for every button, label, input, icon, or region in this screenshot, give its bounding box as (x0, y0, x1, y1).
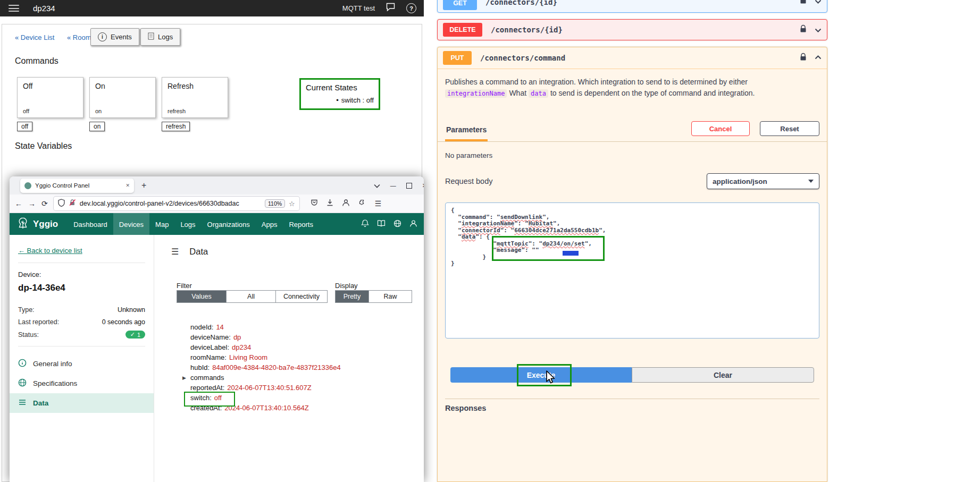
downloads-icon[interactable] (326, 199, 333, 208)
display-pretty-button[interactable]: Pretty (336, 291, 368, 302)
command-refresh-button[interactable]: refresh (162, 122, 190, 131)
panel-menu-icon[interactable]: ☰ (171, 247, 179, 257)
pocket-icon[interactable] (311, 199, 318, 208)
filter-all-button[interactable]: All (226, 291, 275, 302)
sidebar-item-specifications[interactable]: Specifications (10, 374, 154, 393)
command-card: Refresh refresh (162, 77, 228, 118)
extensions-icon[interactable] (358, 199, 366, 209)
bullet-icon: • (336, 96, 339, 104)
zoom-level-badge[interactable]: 110% (265, 199, 285, 208)
chevron-down-icon (808, 180, 814, 183)
meta-row-type: Type: Unknown (18, 306, 145, 314)
app-title: dp234 (33, 4, 55, 13)
filter-connectivity-button[interactable]: Connectivity (275, 291, 327, 302)
put-endpoint-header[interactable]: PUT /connectors/command (438, 47, 827, 69)
endpoint-path: /connectors/{id} (491, 26, 563, 34)
device-list-link[interactable]: « Device List (15, 33, 54, 41)
data-row-commands: ▶commands (190, 373, 341, 383)
tab-close-icon[interactable]: ✕ (125, 183, 130, 188)
lock-icon[interactable] (800, 0, 807, 6)
expand-arrow-icon[interactable]: ▶ (182, 373, 186, 383)
help-icon[interactable]: ? (406, 3, 416, 13)
window-close-button[interactable]: ✕ (422, 182, 424, 189)
device-data-list: nodeId:14 deviceName:dp deviceLabel:dp23… (190, 322, 341, 413)
sidebar-menu: General info Specifications Data (10, 354, 154, 413)
data-row-reportedAt: reportedAt:2024-06-07T13:40:51.607Z (190, 383, 341, 393)
endpoint-delete-connectors-id[interactable]: DELETE /connectors/{id} (437, 19, 827, 40)
user-icon[interactable] (409, 219, 417, 230)
chat-bubble-icon[interactable] (386, 3, 396, 14)
url-text[interactable]: dev.local.yggio/control-panel-v2/devices… (80, 200, 261, 207)
command-off-button[interactable]: off (17, 122, 32, 131)
shield-icon[interactable] (58, 199, 65, 209)
nav-logs[interactable]: Logs (174, 213, 201, 235)
address-bar[interactable]: dev.local.yggio/control-panel-v2/devices… (54, 197, 299, 210)
new-tab-button[interactable]: + (141, 181, 146, 190)
forward-icon[interactable]: → (28, 199, 36, 208)
events-button[interactable]: i Events (90, 28, 139, 46)
endpoint-put-connectors-command: PUT /connectors/command Publishes a comm… (437, 47, 827, 482)
swagger-panel: GET /connectors/{id} DELETE /connectors/… (431, 0, 980, 482)
device-name: dp-14-36e4 (18, 283, 145, 293)
nav-reports[interactable]: Reports (283, 213, 319, 235)
list-all-tabs-icon[interactable] (374, 181, 380, 190)
clear-button[interactable]: Clear (632, 367, 814, 383)
lock-icon[interactable] (800, 53, 807, 63)
browser-menu-icon[interactable]: ☰ (375, 199, 382, 208)
mqtt-test-label: MQTT test (342, 4, 375, 12)
account-icon[interactable] (342, 199, 350, 209)
browser-tab[interactable]: Yggio Control Panel ✕ (20, 179, 134, 193)
execute-clear-row: Execute Clear (450, 367, 814, 383)
sidebar-item-general-info[interactable]: General info (10, 354, 154, 374)
tab-bar: Yggio Control Panel ✕ + — ✕ (10, 176, 424, 195)
command-on-button[interactable]: on (89, 122, 105, 131)
current-states-item: •switch : off (306, 96, 374, 104)
nav-devices[interactable]: Devices (113, 213, 149, 235)
specifications-icon (18, 378, 27, 388)
endpoint-get-connectors-id[interactable]: GET /connectors/{id} (437, 0, 827, 13)
reset-button[interactable]: Reset (760, 121, 819, 136)
get-method-badge: GET (443, 0, 477, 10)
insecure-lock-icon[interactable] (69, 199, 76, 208)
globe-icon[interactable] (393, 219, 401, 230)
data-panel: ☰ Data Filter Values All Connectivity Di… (154, 235, 424, 482)
display-raw-button[interactable]: Raw (368, 291, 412, 302)
data-row-switch: switch:off (190, 393, 341, 403)
sidebar-item-data[interactable]: Data (10, 393, 154, 413)
window-maximize-button[interactable] (406, 183, 412, 189)
cancel-button[interactable]: Cancel (691, 121, 750, 136)
info-icon: i (98, 32, 107, 41)
nav-apps[interactable]: Apps (256, 213, 283, 235)
current-states-title: Current States (306, 83, 374, 92)
chevron-down-icon[interactable] (815, 0, 822, 6)
responses-title: Responses (445, 399, 819, 412)
display-segmented-control: Pretty Raw (335, 290, 412, 303)
chevron-down-icon[interactable] (815, 25, 822, 35)
data-list-icon (18, 399, 27, 408)
filter-values-button[interactable]: Values (177, 291, 226, 302)
nav-organizations[interactable]: Organizations (202, 213, 256, 235)
back-to-device-list-link[interactable]: ← Back to device list (18, 247, 82, 255)
chevron-up-icon[interactable] (815, 53, 822, 63)
bookmark-star-icon[interactable]: ☆ (289, 200, 295, 208)
bell-icon[interactable] (361, 219, 369, 230)
media-type-select[interactable]: application/json (707, 173, 819, 189)
state-variables-heading: State Variables (15, 141, 72, 151)
nav-dashboard[interactable]: Dashboard (68, 213, 113, 235)
divider (18, 263, 145, 263)
window-minimize-button[interactable]: — (390, 182, 396, 189)
data-panel-title: Data (189, 247, 208, 257)
logs-button[interactable]: Logs (140, 28, 180, 46)
reload-icon[interactable]: ⟳ (41, 199, 48, 208)
room-link[interactable]: « Room (67, 33, 91, 41)
execute-button[interactable]: Execute (450, 367, 632, 383)
request-body-label: Request body (445, 177, 492, 185)
hamburger-menu-icon[interactable] (9, 5, 19, 12)
lock-icon[interactable] (800, 24, 807, 35)
nav-map[interactable]: Map (149, 213, 174, 235)
request-body-editor[interactable]: { "command": "sendDownlink", "integratio… (445, 202, 819, 339)
back-icon[interactable]: ← (15, 199, 22, 208)
endpoint-path: /connectors/{id} (485, 0, 557, 6)
docs-book-icon[interactable] (377, 219, 386, 229)
device-label: Device: (18, 270, 145, 278)
